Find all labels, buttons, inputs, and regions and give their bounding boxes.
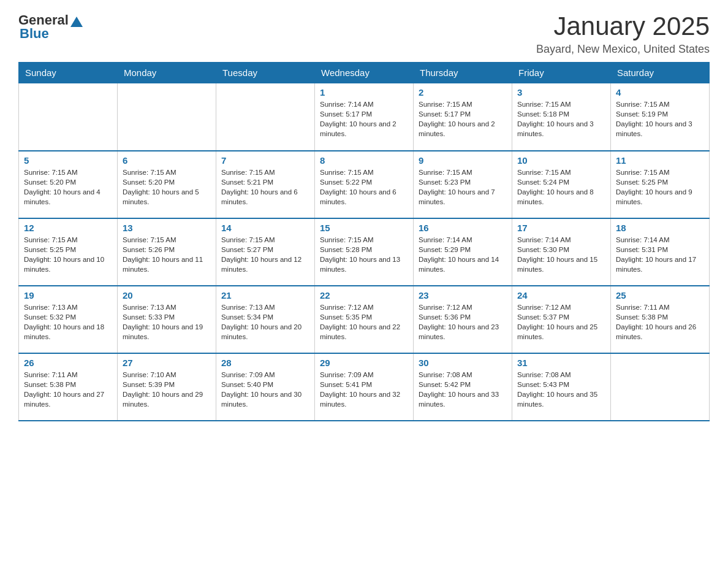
calendar-cell: 15Sunrise: 7:15 AMSunset: 5:28 PMDayligh… (315, 218, 414, 286)
day-number: 7 (221, 155, 309, 166)
page-header: General Blue January 2025 Bayard, New Me… (18, 12, 710, 56)
weekday-header-thursday: Thursday (414, 63, 512, 83)
day-number: 14 (221, 223, 309, 233)
day-info: Sunrise: 7:15 AMSunset: 5:20 PMDaylight:… (24, 167, 112, 207)
day-info: Sunrise: 7:15 AMSunset: 5:25 PMDaylight:… (24, 235, 112, 274)
day-info: Sunrise: 7:08 AMSunset: 5:43 PMDaylight:… (517, 370, 605, 409)
day-info: Sunrise: 7:12 AMSunset: 5:37 PMDaylight:… (517, 302, 605, 342)
week-row-5: 26Sunrise: 7:11 AMSunset: 5:38 PMDayligh… (19, 353, 710, 421)
calendar-cell: 7Sunrise: 7:15 AMSunset: 5:21 PMDaylight… (216, 151, 315, 218)
calendar-cell: 30Sunrise: 7:08 AMSunset: 5:42 PMDayligh… (414, 353, 512, 421)
day-info: Sunrise: 7:15 AMSunset: 5:18 PMDaylight:… (517, 99, 605, 139)
calendar-cell: 31Sunrise: 7:08 AMSunset: 5:43 PMDayligh… (512, 353, 611, 421)
day-number: 27 (123, 358, 211, 368)
calendar-cell: 1Sunrise: 7:14 AMSunset: 5:17 PMDaylight… (315, 83, 414, 151)
day-number: 8 (320, 155, 408, 166)
day-info: Sunrise: 7:15 AMSunset: 5:22 PMDaylight:… (320, 167, 408, 207)
calendar-cell: 10Sunrise: 7:15 AMSunset: 5:24 PMDayligh… (512, 151, 611, 218)
week-row-4: 19Sunrise: 7:13 AMSunset: 5:32 PMDayligh… (19, 286, 710, 353)
weekday-header-monday: Monday (118, 63, 216, 83)
logo-blue-text: Blue (20, 26, 49, 42)
calendar-cell: 23Sunrise: 7:12 AMSunset: 5:36 PMDayligh… (414, 286, 512, 353)
weekday-header-sunday: Sunday (19, 63, 118, 83)
day-info: Sunrise: 7:15 AMSunset: 5:28 PMDaylight:… (320, 235, 408, 274)
day-info: Sunrise: 7:15 AMSunset: 5:27 PMDaylight:… (221, 235, 309, 274)
calendar-cell: 14Sunrise: 7:15 AMSunset: 5:27 PMDayligh… (216, 218, 315, 286)
week-row-3: 12Sunrise: 7:15 AMSunset: 5:25 PMDayligh… (19, 218, 710, 286)
day-number: 26 (24, 358, 112, 368)
calendar-subtitle: Bayard, New Mexico, United States (536, 43, 710, 56)
day-info: Sunrise: 7:15 AMSunset: 5:26 PMDaylight:… (123, 235, 211, 274)
day-info: Sunrise: 7:15 AMSunset: 5:21 PMDaylight:… (221, 167, 309, 207)
calendar-cell: 22Sunrise: 7:12 AMSunset: 5:35 PMDayligh… (315, 286, 414, 353)
calendar-cell: 2Sunrise: 7:15 AMSunset: 5:17 PMDaylight… (414, 83, 512, 151)
day-number: 18 (616, 223, 704, 233)
day-number: 19 (24, 290, 112, 301)
day-info: Sunrise: 7:08 AMSunset: 5:42 PMDaylight:… (419, 370, 507, 409)
logo: General Blue (18, 12, 83, 42)
calendar-cell: 8Sunrise: 7:15 AMSunset: 5:22 PMDaylight… (315, 151, 414, 218)
calendar-cell: 12Sunrise: 7:15 AMSunset: 5:25 PMDayligh… (19, 218, 118, 286)
week-row-2: 5Sunrise: 7:15 AMSunset: 5:20 PMDaylight… (19, 151, 710, 218)
day-info: Sunrise: 7:14 AMSunset: 5:31 PMDaylight:… (616, 235, 704, 274)
calendar-table: SundayMondayTuesdayWednesdayThursdayFrid… (18, 62, 710, 421)
calendar-cell: 19Sunrise: 7:13 AMSunset: 5:32 PMDayligh… (19, 286, 118, 353)
day-info: Sunrise: 7:15 AMSunset: 5:25 PMDaylight:… (616, 167, 704, 207)
day-info: Sunrise: 7:15 AMSunset: 5:24 PMDaylight:… (517, 167, 605, 207)
day-info: Sunrise: 7:12 AMSunset: 5:36 PMDaylight:… (419, 302, 507, 342)
day-number: 28 (221, 358, 309, 368)
day-info: Sunrise: 7:14 AMSunset: 5:17 PMDaylight:… (320, 99, 408, 139)
day-number: 29 (320, 358, 408, 368)
day-info: Sunrise: 7:13 AMSunset: 5:34 PMDaylight:… (221, 302, 309, 342)
day-number: 13 (123, 223, 211, 233)
calendar-cell: 11Sunrise: 7:15 AMSunset: 5:25 PMDayligh… (611, 151, 710, 218)
calendar-title: January 2025 (536, 12, 710, 40)
week-row-1: 1Sunrise: 7:14 AMSunset: 5:17 PMDaylight… (19, 83, 710, 151)
calendar-cell: 6Sunrise: 7:15 AMSunset: 5:20 PMDaylight… (118, 151, 216, 218)
weekday-header-saturday: Saturday (611, 63, 710, 83)
weekday-header-row: SundayMondayTuesdayWednesdayThursdayFrid… (19, 63, 710, 83)
day-number: 9 (419, 155, 507, 166)
day-number: 12 (24, 223, 112, 233)
calendar-cell: 13Sunrise: 7:15 AMSunset: 5:26 PMDayligh… (118, 218, 216, 286)
calendar-cell (19, 83, 118, 151)
day-number: 5 (24, 155, 112, 166)
day-info: Sunrise: 7:15 AMSunset: 5:23 PMDaylight:… (419, 167, 507, 207)
day-info: Sunrise: 7:11 AMSunset: 5:38 PMDaylight:… (616, 302, 704, 342)
day-number: 21 (221, 290, 309, 301)
calendar-cell: 5Sunrise: 7:15 AMSunset: 5:20 PMDaylight… (19, 151, 118, 218)
calendar-cell: 17Sunrise: 7:14 AMSunset: 5:30 PMDayligh… (512, 218, 611, 286)
weekday-header-tuesday: Tuesday (216, 63, 315, 83)
day-number: 23 (419, 290, 507, 301)
calendar-cell: 9Sunrise: 7:15 AMSunset: 5:23 PMDaylight… (414, 151, 512, 218)
calendar-cell: 28Sunrise: 7:09 AMSunset: 5:40 PMDayligh… (216, 353, 315, 421)
weekday-header-friday: Friday (512, 63, 611, 83)
calendar-cell (118, 83, 216, 151)
calendar-cell: 20Sunrise: 7:13 AMSunset: 5:33 PMDayligh… (118, 286, 216, 353)
day-info: Sunrise: 7:12 AMSunset: 5:35 PMDaylight:… (320, 302, 408, 342)
calendar-cell (216, 83, 315, 151)
calendar-cell (611, 353, 710, 421)
day-info: Sunrise: 7:15 AMSunset: 5:20 PMDaylight:… (123, 167, 211, 207)
day-info: Sunrise: 7:15 AMSunset: 5:17 PMDaylight:… (419, 99, 507, 139)
day-number: 1 (320, 87, 408, 98)
day-number: 25 (616, 290, 704, 301)
day-info: Sunrise: 7:15 AMSunset: 5:19 PMDaylight:… (616, 99, 704, 139)
day-number: 3 (517, 87, 605, 98)
calendar-cell: 29Sunrise: 7:09 AMSunset: 5:41 PMDayligh… (315, 353, 414, 421)
day-number: 11 (616, 155, 704, 166)
day-info: Sunrise: 7:11 AMSunset: 5:38 PMDaylight:… (24, 370, 112, 409)
day-number: 10 (517, 155, 605, 166)
day-info: Sunrise: 7:09 AMSunset: 5:40 PMDaylight:… (221, 370, 309, 409)
day-number: 17 (517, 223, 605, 233)
day-number: 22 (320, 290, 408, 301)
calendar-cell: 24Sunrise: 7:12 AMSunset: 5:37 PMDayligh… (512, 286, 611, 353)
day-number: 6 (123, 155, 211, 166)
day-info: Sunrise: 7:10 AMSunset: 5:39 PMDaylight:… (123, 370, 211, 409)
day-number: 2 (419, 87, 507, 98)
calendar-cell: 25Sunrise: 7:11 AMSunset: 5:38 PMDayligh… (611, 286, 710, 353)
day-info: Sunrise: 7:13 AMSunset: 5:33 PMDaylight:… (123, 302, 211, 342)
day-number: 16 (419, 223, 507, 233)
calendar-cell: 21Sunrise: 7:13 AMSunset: 5:34 PMDayligh… (216, 286, 315, 353)
day-info: Sunrise: 7:14 AMSunset: 5:30 PMDaylight:… (517, 235, 605, 274)
